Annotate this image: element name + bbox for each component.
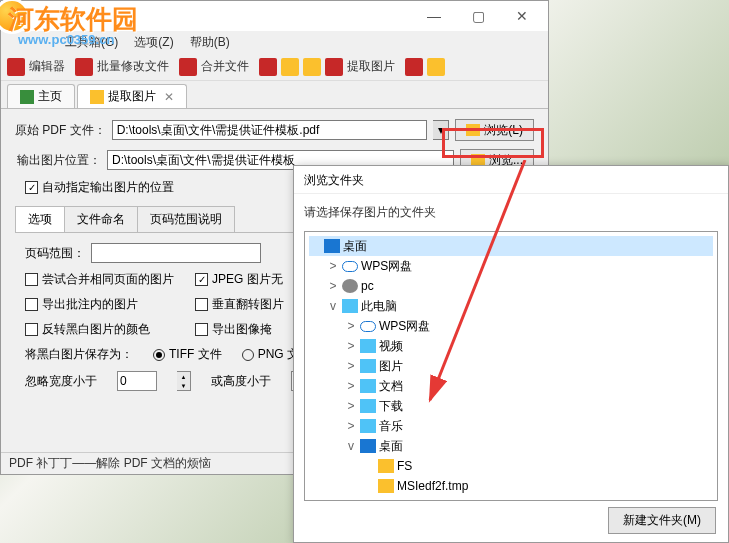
tree-expander-icon[interactable]: > [345, 379, 357, 393]
tool-icon-9[interactable] [427, 58, 445, 76]
extract-button[interactable]: 提取图片 [347, 58, 395, 75]
tree-item-label: 视频 [379, 338, 403, 355]
batch-icon[interactable] [75, 58, 93, 76]
editor-icon[interactable] [7, 58, 25, 76]
tool-icon-6[interactable] [303, 58, 321, 76]
batch-button[interactable]: 批量修改文件 [97, 58, 169, 75]
tree-expander-icon[interactable]: > [345, 399, 357, 413]
invert-label: 反转黑白图片的颜色 [42, 321, 150, 338]
tree-item[interactable]: 桌面 [309, 236, 713, 256]
vflip-checkbox[interactable] [195, 298, 208, 311]
folder-icon [466, 124, 480, 136]
tree-item-label: 音乐 [379, 418, 403, 435]
cloud-icon [360, 321, 376, 332]
menu-help[interactable]: 帮助(B) [190, 34, 230, 51]
tool-icon-5[interactable] [281, 58, 299, 76]
tree-item[interactable]: FS [309, 456, 713, 476]
tree-item-label: 桌面 [343, 238, 367, 255]
tree-item[interactable]: >图片 [309, 356, 713, 376]
tree-expander-icon[interactable]: > [327, 259, 339, 273]
png-radio[interactable] [242, 349, 254, 361]
source-input[interactable] [112, 120, 428, 140]
toolbar: 编辑器 批量修改文件 合并文件 提取图片 [1, 53, 548, 81]
tree-item[interactable]: >视频 [309, 336, 713, 356]
tree-expander-icon[interactable]: > [345, 359, 357, 373]
tiff-radio[interactable] [153, 349, 165, 361]
tree-item-label: 图片 [379, 358, 403, 375]
tree-item-label: MSIedf2f.tmp [397, 479, 468, 493]
extract-icon[interactable] [325, 58, 343, 76]
tree-expander-icon[interactable]: > [345, 339, 357, 353]
tree-item-label: pc [361, 279, 374, 293]
close-button[interactable]: ✕ [500, 2, 544, 30]
page-range-input[interactable] [91, 243, 261, 263]
desktop-icon [360, 439, 376, 453]
dialog-subtitle: 请选择保存图片的文件夹 [294, 194, 728, 231]
tree-item-label: 下载 [379, 398, 403, 415]
merge-checkbox[interactable] [25, 273, 38, 286]
export-img-checkbox[interactable] [195, 323, 208, 336]
dialog-title: 浏览文件夹 [294, 166, 728, 194]
auto-locate-label: 自动指定输出图片的位置 [42, 179, 174, 196]
merge-button[interactable]: 合并文件 [201, 58, 249, 75]
new-folder-button[interactable]: 新建文件夹(M) [608, 507, 716, 534]
subtab-options[interactable]: 选项 [15, 206, 65, 232]
tree-expander-icon[interactable]: > [345, 319, 357, 333]
extract-tab-icon [90, 90, 104, 104]
tree-item-label: 此电脑 [361, 298, 397, 315]
cloud-icon [342, 261, 358, 272]
output-label: 输出图片位置： [15, 152, 101, 169]
ignore-w-spinner[interactable]: ▲▼ [177, 371, 191, 391]
tree-item[interactable]: v桌面 [309, 436, 713, 456]
export-batch-checkbox[interactable] [25, 298, 38, 311]
tree-item[interactable]: >音乐 [309, 416, 713, 436]
tree-item[interactable]: >文档 [309, 376, 713, 396]
source-label: 原始 PDF 文件： [15, 122, 106, 139]
download-icon [360, 399, 376, 413]
maximize-button[interactable]: ▢ [456, 2, 500, 30]
tool-icon-4[interactable] [259, 58, 277, 76]
tree-item[interactable]: MSIedf2f.tmp [309, 476, 713, 496]
save-bw-label: 将黑白图片保存为： [25, 346, 133, 363]
auto-locate-checkbox[interactable] [25, 181, 38, 194]
tree-item[interactable]: v此电脑 [309, 296, 713, 316]
invert-checkbox[interactable] [25, 323, 38, 336]
tab-extract[interactable]: 提取图片 ✕ [77, 84, 187, 108]
tree-expander-icon[interactable]: v [345, 439, 357, 453]
minimize-button[interactable]: — [412, 2, 456, 30]
ignore-w-input[interactable] [117, 371, 157, 391]
tool-icon-8[interactable] [405, 58, 423, 76]
tab-home-label: 主页 [38, 88, 62, 105]
browse-source-label: 浏览(L) [484, 122, 523, 139]
tree-item[interactable]: >WPS网盘 [309, 316, 713, 336]
browse-source-button[interactable]: 浏览(L) [455, 119, 534, 141]
subtab-pagerange[interactable]: 页码范围说明 [137, 206, 235, 232]
tree-expander-icon[interactable]: v [327, 299, 339, 313]
folder-tree[interactable]: 桌面>WPS网盘>pcv此电脑>WPS网盘>视频>图片>文档>下载>音乐v桌面F… [304, 231, 718, 501]
tab-home[interactable]: 主页 [7, 84, 75, 108]
tree-expander-icon[interactable]: > [345, 419, 357, 433]
tab-close-icon[interactable]: ✕ [164, 90, 174, 104]
tree-item-label: WPS网盘 [379, 318, 430, 335]
source-dropdown-icon[interactable]: ▾ [433, 120, 449, 140]
image-icon [360, 359, 376, 373]
tree-item[interactable]: >下载 [309, 396, 713, 416]
tree-item-label: 文档 [379, 378, 403, 395]
tree-expander-icon[interactable]: > [327, 279, 339, 293]
ignore-h-label: 或高度小于 [211, 373, 271, 390]
user-icon [342, 279, 358, 293]
jpeg-checkbox[interactable] [195, 273, 208, 286]
tree-item-label: 桌面 [379, 438, 403, 455]
tree-item[interactable]: >pc [309, 276, 713, 296]
merge-icon[interactable] [179, 58, 197, 76]
watermark-url: www.pc0359.cn [18, 32, 114, 47]
jpeg-label: JPEG 图片无 [212, 271, 283, 288]
tiff-label: TIFF 文件 [169, 346, 222, 363]
tree-item[interactable]: >WPS网盘 [309, 256, 713, 276]
menu-options[interactable]: 选项(Z) [134, 34, 173, 51]
tree-item-label: WPS网盘 [361, 258, 412, 275]
editor-button[interactable]: 编辑器 [29, 58, 65, 75]
subtab-naming[interactable]: 文件命名 [64, 206, 138, 232]
export-img-label: 导出图像掩 [212, 321, 272, 338]
folder-icon [378, 459, 394, 473]
